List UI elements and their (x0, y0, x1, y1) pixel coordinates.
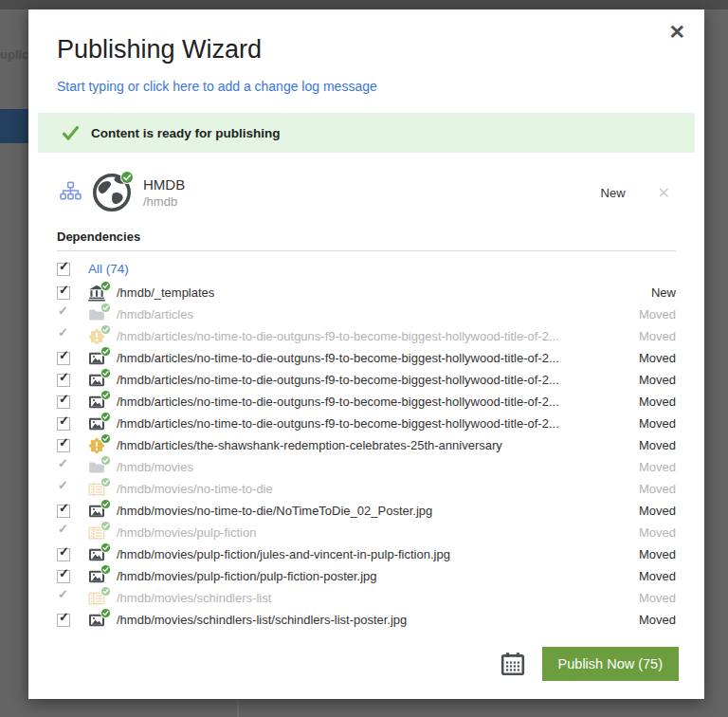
checkbox-tick-icon: ✓ (58, 479, 68, 492)
film-icon (88, 481, 106, 498)
status-label: Moved (629, 569, 676, 583)
checkbox-tick-icon: ✓ (59, 567, 69, 580)
warning-icon (88, 437, 106, 454)
checkbox-tick-icon: ✓ (58, 457, 68, 470)
root-item-path: /hmdb (143, 194, 185, 209)
node-path: /hmdb/_templates (117, 285, 214, 300)
dialog-footer: Publish Now (75) (500, 647, 679, 681)
root-publish-item: HMDB /hmdb New ✕ (57, 171, 676, 214)
publish-now-button[interactable]: Publish Now (75) (542, 647, 679, 681)
status-label: Moved (629, 438, 676, 452)
sitemap-tree-icon (59, 180, 82, 205)
status-label: Moved (629, 613, 676, 627)
row-checkbox[interactable]: ✓ (57, 570, 70, 583)
row-checkbox[interactable]: ✓ (57, 614, 70, 627)
node-path: /hmdb/articles (117, 307, 193, 322)
status-label: Moved (629, 416, 676, 431)
folder-icon (88, 459, 106, 476)
remove-item-icon[interactable]: ✕ (652, 183, 676, 203)
node-path: /hmdb/movies/schindlers-list/schindlers-… (117, 613, 407, 627)
row-checkbox[interactable]: ✓ (57, 505, 70, 518)
status-label: Moved (629, 460, 676, 474)
checkbox-tick-icon: ✓ (59, 260, 69, 273)
status-label: Moved (629, 395, 676, 409)
node-path: /hmdb/movies/schindlers-list (117, 591, 271, 605)
dependency-row: ✓/hmdb/movies/pulp-fiction/pulp-fiction-… (57, 565, 676, 587)
row-checkbox[interactable]: ✓ (57, 286, 70, 300)
dependency-row: ✓/hmdb/articles/no-time-to-die-outguns-f… (57, 413, 676, 434)
status-label: Moved (629, 307, 676, 322)
row-checkbox[interactable]: ✓ (57, 417, 70, 431)
checkbox-tick-icon: ✓ (58, 304, 68, 318)
checkbox-tick-icon: ✓ (59, 545, 69, 559)
checkbox-tick-icon: ✓ (59, 414, 69, 428)
checkbox-tick-icon: ✓ (59, 393, 69, 406)
status-label: Moved (629, 329, 676, 343)
warning-icon (88, 328, 106, 345)
dependency-row: ✓/hmdb/articles/no-time-to-die-outguns-f… (57, 347, 676, 369)
node-path: /hmdb/articles/the-shawshank-redemption-… (117, 438, 502, 452)
row-checkbox[interactable]: ✓ (57, 395, 70, 409)
changelog-link[interactable]: Start typing or click here to add a chan… (57, 79, 676, 94)
image-icon (88, 503, 106, 520)
node-path: /hmdb/movies/pulp-fiction (117, 525, 256, 540)
select-all-checkbox[interactable]: ✓ (57, 263, 70, 276)
status-label: Moved (629, 351, 676, 365)
schedule-calendar-icon[interactable] (500, 652, 525, 676)
checkbox-tick-icon: ✓ (58, 326, 68, 340)
row-checkbox[interactable]: ✓ (57, 548, 70, 561)
image-icon (88, 372, 106, 389)
status-label: Moved (629, 504, 676, 518)
image-icon (88, 568, 106, 585)
node-path: /hmdb/movies/no-time-to-die (117, 482, 273, 496)
checkbox-tick-icon: ✓ (59, 502, 69, 515)
close-icon[interactable]: ✕ (663, 21, 691, 43)
film-icon (88, 524, 106, 542)
root-status-badge: New (601, 186, 626, 200)
checkbox-tick-icon: ✓ (58, 523, 68, 536)
node-path: /hmdb/movies/pulp-fiction/pulp-fiction-p… (117, 569, 377, 583)
status-label: Moved (629, 525, 676, 540)
dependency-row: ✓/hmdb/movies/no-time-to-dieMoved (57, 478, 676, 500)
row-checkbox: ✓ (57, 483, 70, 496)
node-path: /hmdb/movies/pulp-fiction/jules-and-vinc… (117, 547, 450, 561)
row-checkbox: ✓ (57, 461, 70, 474)
image-icon (88, 415, 106, 432)
page-title: Publishing Wizard (57, 34, 676, 64)
row-checkbox: ✓ (57, 592, 70, 605)
dependency-row: ✓/hmdb/movies/pulp-fictionMoved (57, 522, 676, 543)
checkbox-tick-icon: ✓ (59, 611, 69, 624)
status-label: New (642, 285, 676, 300)
image-icon (88, 546, 106, 563)
checkbox-tick-icon: ✓ (59, 284, 69, 297)
templates-icon (88, 285, 106, 302)
dependency-row: ✓/hmdb/movies/no-time-to-die/NoTimeToDie… (57, 500, 676, 522)
published-check-badge-icon (120, 171, 134, 188)
status-banner-text: Content is ready for publishing (91, 126, 281, 140)
success-check-icon (63, 126, 79, 140)
dependency-row: ✓/hmdb/_templatesNew (57, 282, 676, 303)
checkbox-tick-icon: ✓ (59, 349, 69, 362)
row-checkbox: ✓ (57, 330, 70, 343)
dependency-row: ✓/hmdb/articles/no-time-to-die-outguns-f… (57, 391, 676, 413)
checkbox-tick-icon: ✓ (58, 588, 68, 601)
node-path: /hmdb/movies/no-time-to-die/NoTimeToDie_… (117, 504, 432, 518)
select-all-label[interactable]: All (74) (88, 262, 129, 276)
node-path: /hmdb/movies (117, 460, 193, 474)
status-label: Moved (629, 547, 676, 561)
site-globe-icon (92, 173, 132, 212)
row-checkbox[interactable]: ✓ (57, 374, 70, 387)
row-checkbox[interactable]: ✓ (57, 439, 70, 452)
status-banner: Content is ready for publishing (38, 113, 695, 153)
node-path: /hmdb/articles/no-time-to-die-outguns-f9… (117, 416, 559, 431)
dependency-row: ✓/hmdb/movies/schindlers-list/schindlers… (57, 609, 676, 631)
node-path: /hmdb/articles/no-time-to-die-outguns-f9… (117, 351, 559, 365)
folder-icon (88, 306, 106, 323)
dependency-row: ✓/hmdb/movies/schindlers-listMoved (57, 587, 676, 609)
root-item-name: HMDB (143, 176, 185, 193)
row-checkbox: ✓ (57, 526, 70, 540)
row-checkbox[interactable]: ✓ (57, 352, 70, 365)
root-item-labels: HMDB /hmdb (143, 176, 185, 209)
node-path: /hmdb/articles/no-time-to-die-outguns-f9… (117, 373, 559, 387)
dependency-rows: ✓/hmdb/_templatesNew✓/hmdb/articlesMoved… (57, 282, 676, 631)
